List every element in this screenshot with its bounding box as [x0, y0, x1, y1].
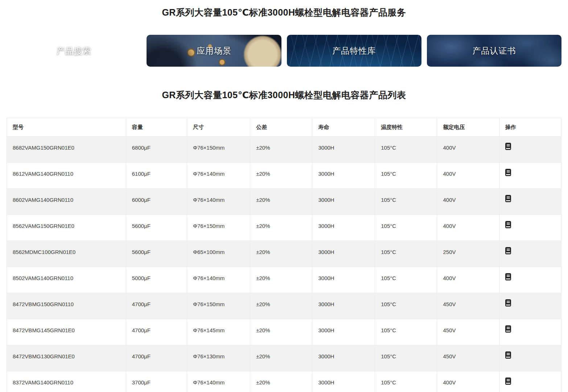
cell-tolerance: ±20%: [250, 137, 312, 163]
cell-size: Φ76×150mm: [187, 215, 250, 241]
nav-card-label: 产品特性库: [332, 45, 376, 57]
cell-voltage: 400V: [437, 189, 499, 215]
cell-action: [499, 319, 561, 345]
datasheet-icon: [505, 299, 511, 306]
nav-card-product-search[interactable]: 产品搜索: [7, 35, 141, 67]
col-header-action: 操作: [499, 118, 561, 137]
datasheet-icon: [505, 143, 511, 150]
col-header-model: 型号: [7, 118, 126, 137]
cell-temp: 105°C: [375, 345, 437, 371]
col-header-capacity: 容量: [126, 118, 187, 137]
col-header-life: 寿命: [312, 118, 375, 137]
table-row: 8612VAMG140GRN01106100μFΦ76×140mm±20%300…: [7, 163, 561, 189]
cell-tolerance: ±20%: [250, 189, 312, 215]
cell-life: 3000H: [312, 293, 375, 319]
cell-size: Φ76×150mm: [187, 137, 250, 163]
table-row: 8472VBMG130GRN01E04700μFΦ76×130mm±20%300…: [7, 345, 561, 371]
cell-temp: 105°C: [375, 137, 437, 163]
cell-life: 3000H: [312, 371, 375, 392]
cell-voltage: 400V: [437, 267, 499, 293]
cell-model: 8602VAMG140GRN0110: [7, 189, 126, 215]
datasheet-button[interactable]: [505, 221, 511, 228]
cell-tolerance: ±20%: [250, 319, 312, 345]
cell-capacity: 5000μF: [126, 267, 187, 293]
datasheet-icon: [505, 351, 511, 359]
cell-capacity: 4700μF: [126, 293, 187, 319]
cell-life: 3000H: [312, 215, 375, 241]
nav-card-application-scene[interactable]: 应用场景: [147, 35, 281, 67]
cell-life: 3000H: [312, 319, 375, 345]
cell-temp: 105°C: [375, 189, 437, 215]
cell-model: 8562VAMG150GRN01E0: [7, 215, 126, 241]
cell-capacity: 4700μF: [126, 319, 187, 345]
cell-model: 8472VBMG150GRN0110: [7, 293, 126, 319]
datasheet-button[interactable]: [505, 195, 511, 202]
col-header-size: 尺寸: [187, 118, 250, 137]
nav-card-label: 产品搜索: [57, 45, 91, 57]
datasheet-button[interactable]: [505, 325, 511, 333]
datasheet-icon: [505, 221, 511, 228]
list-title: GR系列大容量105℃标准3000H螺栓型电解电容器产品列表: [7, 89, 561, 101]
table-row: 8502VAMG140GRN01105000μFΦ76×140mm±20%300…: [7, 267, 561, 293]
cell-life: 3000H: [312, 241, 375, 267]
datasheet-icon: [505, 247, 511, 254]
cell-model: 8502VAMG140GRN0110: [7, 267, 126, 293]
cell-life: 3000H: [312, 345, 375, 371]
cell-life: 3000H: [312, 189, 375, 215]
cell-capacity: 3700μF: [126, 371, 187, 392]
cell-size: Φ76×140mm: [187, 189, 250, 215]
cell-tolerance: ±20%: [250, 371, 312, 392]
cell-voltage: 400V: [437, 137, 499, 163]
datasheet-button[interactable]: [505, 247, 511, 254]
cell-capacity: 6000μF: [126, 189, 187, 215]
cell-capacity: 6800μF: [126, 137, 187, 163]
datasheet-button[interactable]: [505, 378, 511, 385]
cell-capacity: 4700μF: [126, 345, 187, 371]
cell-tolerance: ±20%: [250, 215, 312, 241]
page-root: GR系列大容量105℃标准3000H螺栓型电解电容器产品服务 产品搜索 应用场景…: [0, 0, 568, 392]
product-table: 型号 容量 尺寸 公差 寿命 温度特性 额定电压 操作 8682VAMG150G…: [7, 118, 561, 392]
cell-size: Φ76×140mm: [187, 267, 250, 293]
datasheet-icon: [505, 273, 511, 280]
cell-model: 8372VAMG140GRN0110: [7, 371, 126, 392]
col-header-temperature: 温度特性: [375, 118, 437, 137]
cell-action: [499, 293, 561, 319]
datasheet-button[interactable]: [505, 169, 511, 176]
cell-action: [499, 215, 561, 241]
nav-banner-row: 产品搜索 应用场景 产品特性库 产品认证书: [7, 35, 561, 67]
table-row: 8372VAMG140GRN01103700μFΦ76×140mm±20%300…: [7, 371, 561, 392]
page-title: GR系列大容量105℃标准3000H螺栓型电解电容器产品服务: [7, 0, 561, 18]
cell-capacity: 6100μF: [126, 163, 187, 189]
cell-model: 8612VAMG140GRN0110: [7, 163, 126, 189]
nav-card-product-features[interactable]: 产品特性库: [287, 35, 421, 67]
datasheet-button[interactable]: [505, 143, 511, 150]
table-row: 8472VBMG145GRN01E04700μFΦ76×145mm±20%300…: [7, 319, 561, 345]
cell-life: 3000H: [312, 267, 375, 293]
cell-size: Φ76×145mm: [187, 319, 250, 345]
datasheet-button[interactable]: [505, 299, 511, 306]
col-header-voltage: 额定电压: [437, 118, 499, 137]
nav-card-label: 产品认证书: [472, 45, 516, 57]
cell-model: 8562MDMC100GRN01E0: [7, 241, 126, 267]
cell-voltage: 450V: [437, 293, 499, 319]
datasheet-icon: [505, 169, 511, 176]
datasheet-icon: [505, 195, 511, 202]
cell-model: 8472VBMG130GRN01E0: [7, 345, 126, 371]
table-row: 8562VAMG150GRN01E05600μFΦ76×150mm±20%300…: [7, 215, 561, 241]
nav-card-product-certificate[interactable]: 产品认证书: [427, 35, 561, 67]
datasheet-icon: [505, 325, 511, 333]
cell-action: [499, 163, 561, 189]
cell-size: Φ76×140mm: [187, 371, 250, 392]
datasheet-button[interactable]: [505, 351, 511, 359]
cell-action: [499, 345, 561, 371]
col-header-tolerance: 公差: [250, 118, 312, 137]
cell-size: Φ76×150mm: [187, 293, 250, 319]
cell-voltage: 400V: [437, 371, 499, 392]
cell-model: 8472VBMG145GRN01E0: [7, 319, 126, 345]
cell-size: Φ65×100mm: [187, 241, 250, 267]
cell-model: 8682VAMG150GRN01E0: [7, 137, 126, 163]
cell-action: [499, 189, 561, 215]
datasheet-button[interactable]: [505, 273, 511, 280]
cell-temp: 105°C: [375, 163, 437, 189]
cell-tolerance: ±20%: [250, 163, 312, 189]
